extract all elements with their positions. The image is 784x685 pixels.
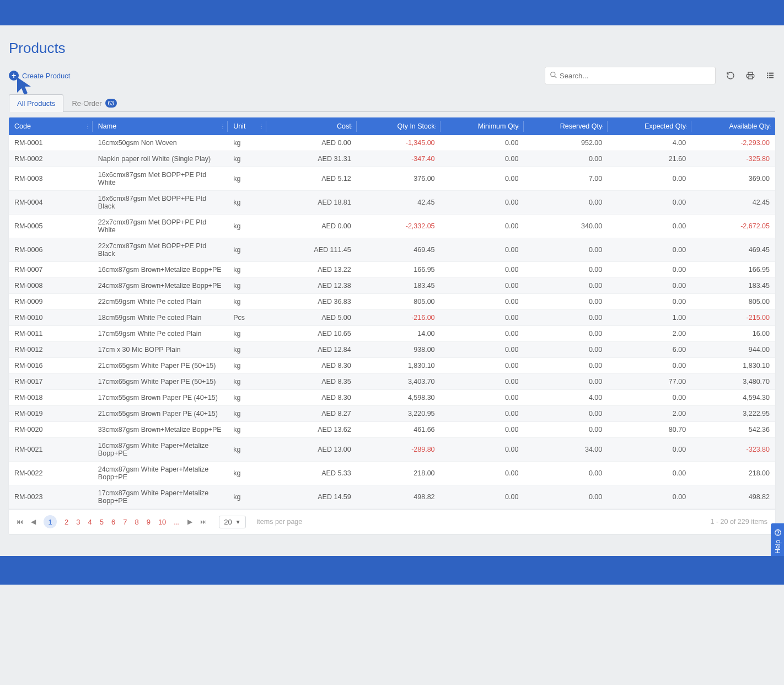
cell: kg <box>228 462 266 485</box>
cell: AED 0.00 <box>266 135 357 151</box>
svg-rect-3 <box>748 76 753 79</box>
column-header-code[interactable]: Code⋮ <box>9 117 93 135</box>
column-header-name[interactable]: Name⋮ <box>93 117 228 135</box>
pager-page-9[interactable]: 9 <box>147 518 151 526</box>
cell: AED 5.12 <box>266 167 357 191</box>
pager-page-6[interactable]: 6 <box>111 518 115 526</box>
table-row[interactable]: RM-000824cmx87gsm Brown+Metalize Bopp+PE… <box>9 278 775 294</box>
search-input[interactable] <box>557 69 711 82</box>
column-header-minimum_qty[interactable]: Minimum Qty⋮ <box>441 117 524 135</box>
cell: 0.00 <box>524 191 608 215</box>
table-row[interactable]: RM-001621cmx65gsm White Paper PE (50+15)… <box>9 358 775 374</box>
table-row[interactable]: RM-002033cmx87gsm Brown+Metalize Bopp+PE… <box>9 422 775 438</box>
pager-range: 1 - 20 of 229 items <box>710 518 767 526</box>
column-drag-icon[interactable]: ⋮ <box>220 124 224 130</box>
cell: 4.00 <box>524 390 608 406</box>
refresh-button[interactable] <box>726 71 735 81</box>
column-header-qty_in_stock[interactable]: Qty In Stock⋮ <box>357 117 441 135</box>
cell: kg <box>228 438 266 462</box>
table-row[interactable]: RM-000416x6cmx87gsm Met BOPP+PE Ptd Blac… <box>9 191 775 215</box>
table-row[interactable]: RM-000716cmx87gsm Brown+Metalize Bopp+PE… <box>9 262 775 278</box>
table-row[interactable]: RM-000522x7cmx87gsm Met BOPP+PE Ptd Whit… <box>9 215 775 238</box>
column-drag-icon[interactable]: ⋮ <box>259 124 263 130</box>
pager-next[interactable]: ▶ <box>187 518 192 526</box>
cell: 0.00 <box>441 167 524 191</box>
column-drag-icon[interactable]: ⋮ <box>85 124 89 130</box>
pager-last[interactable]: ⏭ <box>200 518 207 526</box>
cell: 0.00 <box>608 294 691 310</box>
table-row[interactable]: RM-001717cmx65gsm White Paper PE (50+15)… <box>9 374 775 390</box>
pager-first[interactable]: ⏮ <box>17 518 23 526</box>
plus-icon: + <box>9 71 19 81</box>
cell: RM-0021 <box>9 438 93 462</box>
column-header-available_qty[interactable]: Available Qty⋮ <box>691 117 775 135</box>
table-row[interactable]: RM-001817cmx55gsm Brown Paper PE (40+15)… <box>9 390 775 406</box>
cell: 17cm x 30 Mic BOPP Plain <box>93 342 228 358</box>
cell: 0.00 <box>441 438 524 462</box>
cell: 21.60 <box>608 151 691 167</box>
table-row[interactable]: RM-002116cmx87gsm White Paper+Metalize B… <box>9 438 775 462</box>
cell: RM-0007 <box>9 262 93 278</box>
cell: -347.40 <box>357 151 441 167</box>
table-row[interactable]: RM-001921cmx55gsm Brown Paper PE (40+15)… <box>9 406 775 422</box>
cell: 22x7cmx87gsm Met BOPP+PE Ptd Black <box>93 238 228 262</box>
cell: kg <box>228 135 266 151</box>
cell: RM-0018 <box>9 390 93 406</box>
table-row[interactable]: RM-002224cmx87gsm White Paper+Metalize B… <box>9 462 775 485</box>
table-row[interactable]: RM-0002Napkin paper roll White (Single P… <box>9 151 775 167</box>
cell: kg <box>228 374 266 390</box>
column-header-cost[interactable]: Cost⋮ <box>266 117 357 135</box>
tab-all-products[interactable]: All Products <box>9 94 63 112</box>
cell: 938.00 <box>357 342 441 358</box>
table-row[interactable]: RM-001117cm59gsm White Pe coted PlainkgA… <box>9 326 775 342</box>
print-button[interactable] <box>745 71 755 81</box>
cell: 0.00 <box>608 262 691 278</box>
cell: Napkin paper roll White (Single Play) <box>93 151 228 167</box>
column-drag-icon[interactable]: ⋮ <box>433 124 437 130</box>
cell: 16cmx87gsm White Paper+Metalize Bopp+PE <box>93 438 228 462</box>
pager-nav: ⏮ ◀ 12345678910...▶⏭ <box>17 515 207 528</box>
pager-page-8[interactable]: 8 <box>135 518 138 526</box>
table-row[interactable]: RM-000922cm59gsm White Pe coted PlainkgA… <box>9 294 775 310</box>
table-row[interactable]: RM-000622x7cmx87gsm Met BOPP+PE Ptd Blac… <box>9 238 775 262</box>
column-drag-icon[interactable]: ⋮ <box>349 124 353 130</box>
table-row[interactable]: RM-000116cmx50gsm Non WovenkgAED 0.00-1,… <box>9 135 775 151</box>
pager-page-3[interactable]: 3 <box>76 518 80 526</box>
cell: 0.00 <box>608 438 691 462</box>
cell: 952.00 <box>524 135 608 151</box>
search-box[interactable] <box>545 67 716 84</box>
pager-page-5[interactable]: 5 <box>100 518 104 526</box>
column-drag-icon[interactable]: ⋮ <box>767 124 772 130</box>
list-view-button[interactable] <box>765 71 775 81</box>
page-size-select[interactable]: 20 ▼ <box>219 516 245 528</box>
pager-page-7[interactable]: 7 <box>123 518 127 526</box>
pager-page-2[interactable]: 2 <box>65 518 68 526</box>
cell: kg <box>228 238 266 262</box>
column-drag-icon[interactable]: ⋮ <box>516 124 520 130</box>
table-row[interactable]: RM-002317cmx87gsm White Paper+Metalize B… <box>9 485 775 509</box>
pager-page-1[interactable]: 1 <box>44 515 57 528</box>
cell: 461.66 <box>357 422 441 438</box>
table-row[interactable]: RM-000316x6cmx87gsm Met BOPP+PE Ptd Whit… <box>9 167 775 191</box>
cell: RM-0019 <box>9 406 93 422</box>
tabs: All Products Re-Order 63 <box>9 93 775 112</box>
cell: 0.00 <box>608 278 691 294</box>
column-header-reserved_qty[interactable]: Reserved Qty⋮ <box>524 117 608 135</box>
cell: 22x7cmx87gsm Met BOPP+PE Ptd White <box>93 215 228 238</box>
pager-page-10[interactable]: 10 <box>158 518 166 526</box>
pager-prev[interactable]: ◀ <box>31 518 36 526</box>
help-tab[interactable]: Help <box>771 523 784 559</box>
toolbar-right <box>545 67 775 84</box>
column-header-expected_qty[interactable]: Expected Qty⋮ <box>608 117 691 135</box>
cell: 805.00 <box>357 294 441 310</box>
table-row[interactable]: RM-001217cm x 30 Mic BOPP PlainkgAED 12.… <box>9 342 775 358</box>
tab-reorder[interactable]: Re-Order 63 <box>63 94 125 112</box>
cell: 498.82 <box>691 485 775 509</box>
table-row[interactable]: RM-001018cm59gsm White Pe coted PlainPcs… <box>9 310 775 326</box>
column-header-unit[interactable]: Unit⋮ <box>228 117 266 135</box>
create-product-button[interactable]: + Create Product <box>9 71 70 81</box>
cell: AED 8.30 <box>266 390 357 406</box>
pager-page-4[interactable]: 4 <box>88 518 92 526</box>
column-drag-icon[interactable]: ⋮ <box>684 124 688 130</box>
column-drag-icon[interactable]: ⋮ <box>600 124 604 130</box>
